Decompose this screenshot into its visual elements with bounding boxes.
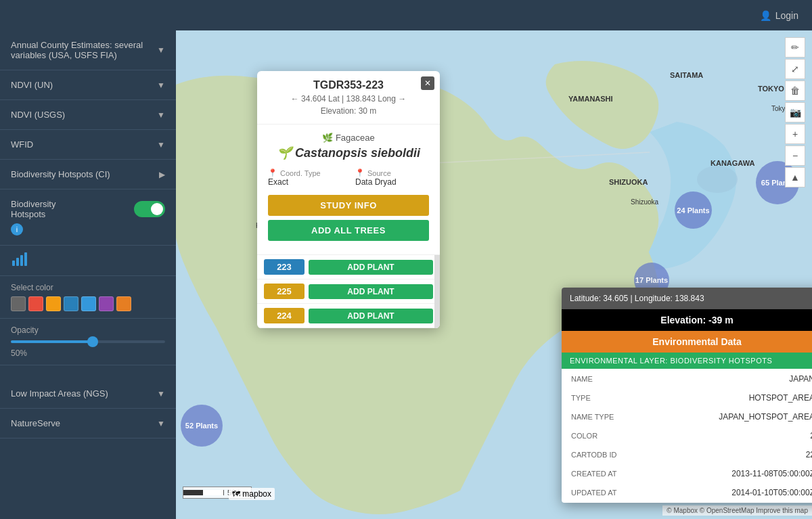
env-layer-label: ENVIRONMENTAL LAYER: BIODIVERSITY HOTSPO… [562, 353, 812, 369]
sidebar-item-county-estimates[interactable]: Annual County Estimates: several variabl… [0, 30, 176, 70]
env-row-created: CREATED AT 2013-11-08T05:00:00Z [563, 465, 812, 482]
sidebar-item-label: Biodiversity Hotspots (CI) [11, 169, 110, 179]
biodiversity-toggle[interactable] [134, 201, 165, 217]
add-plant-button-224[interactable]: ADD PLANT [309, 309, 433, 323]
sidebar-item-low-impact[interactable]: Low Impact Areas (NGS) ▼ [0, 379, 176, 409]
slider-fill [11, 340, 95, 343]
env-value: JAPAN_HOTSPOT_AREA [646, 408, 812, 426]
pencil-icon[interactable]: ✏ [785, 37, 805, 58]
sidebar-item-label: WFID [11, 139, 33, 150]
login-button[interactable]: 👤 Login [760, 10, 798, 21]
info-icon[interactable]: i [11, 223, 23, 235]
color-label: Select color [11, 283, 165, 292]
popup-coord-type: 📍 Coord. Type Exact [268, 168, 342, 187]
fullscreen-icon[interactable]: ⤢ [785, 59, 805, 79]
popup-header: ✕ TGDR353-223 ← 34.604 Lat | 138.843 Lon… [257, 71, 440, 125]
chevron-down-icon: ▼ [157, 81, 165, 90]
study-info-button[interactable]: STUDY INFO [268, 195, 429, 216]
chevron-down-icon: ▼ [157, 389, 165, 399]
sidebar-item-label: Low Impact Areas (NGS) [11, 388, 108, 399]
user-icon: 👤 [760, 10, 771, 21]
sidebar-item-label: NDVI (UN) [11, 80, 53, 90]
opacity-slider[interactable] [11, 340, 165, 343]
env-row-type: TYPE HOTSPOT_AREA [563, 389, 812, 407]
env-key: NAME [563, 370, 644, 388]
env-value: HOTSPOT_AREA [646, 389, 812, 407]
cluster-label: 17 Plants [635, 276, 668, 284]
sidebar-item-label: NDVI (USGS) [11, 110, 65, 120]
sidebar-item-natureserve[interactable]: NatureServe ▼ [0, 409, 176, 438]
plant-number: 225 [264, 284, 304, 299]
compass-icon[interactable]: ▲ [785, 167, 805, 187]
camera-icon[interactable]: 📷 [785, 102, 805, 122]
popup-species: 🌱 Castanopsis sieboldii [268, 145, 429, 160]
env-value: 2 [646, 427, 812, 445]
env-key: NAME TYPE [563, 408, 644, 426]
cluster-52[interactable]: 52 Plants [181, 405, 223, 447]
chevron-down-icon: ▼ [157, 110, 165, 120]
popup-source: 📍 Source Data Dryad [355, 168, 429, 187]
color-swatches [11, 296, 165, 311]
env-key: CARTODB ID [563, 446, 644, 464]
color-swatch-blue[interactable] [81, 296, 96, 311]
env-value: 22 [646, 446, 812, 464]
env-elevation: Elevation: -39 m [562, 309, 812, 331]
color-swatch-red[interactable] [28, 296, 43, 311]
add-all-trees-button[interactable]: ADD ALL TREES [268, 220, 429, 241]
popup-plant-list: 223 ADD PLANT 225 ADD PLANT 224 ADD PLAN… [257, 254, 440, 328]
sidebar-item-ndvi-un[interactable]: NDVI (UN) ▼ [0, 70, 176, 100]
popup-body: 🌿 Fagaceae 🌱 Castanopsis sieboldii 📍 Coo… [257, 125, 440, 254]
opacity-section: Opacity 50% [0, 319, 176, 365]
plant-row-223: 223 ADD PLANT [257, 255, 440, 279]
sidebar-item-biodiversity-hotspots[interactable]: Biodiversity Hotspots (CI) ▶ [0, 160, 176, 189]
color-swatch-yellow[interactable] [46, 296, 61, 311]
env-table-container: NAME JAPAN TYPE HOTSPOT_AREA NAME TYPE J… [562, 369, 812, 503]
cluster-label: 52 Plants [185, 422, 218, 430]
color-swatch-orange[interactable] [116, 296, 131, 311]
env-key: TYPE [563, 389, 644, 407]
trash-icon[interactable]: 🗑 [785, 81, 805, 101]
add-plant-button-223[interactable]: ADD PLANT [309, 260, 433, 275]
biodiversity-label: BiodiversityHotspots [11, 199, 55, 219]
color-section: Select color [0, 276, 176, 319]
app-header: 👤 Login [0, 0, 812, 30]
env-value: 2013-11-08T05:00:00Z [646, 465, 812, 482]
zoom-in-icon[interactable]: + [785, 124, 805, 144]
sidebar-item-wfid[interactable]: WFID ▼ [0, 130, 176, 160]
popup-close-button[interactable]: ✕ [421, 76, 434, 90]
svg-rect-2 [20, 255, 23, 266]
map-area[interactable]: SAITAMA YAMANASHI TOKYO Tokyo Chiba KANA… [176, 30, 812, 519]
svg-point-7 [697, 166, 738, 193]
env-row-updated: UPDATED AT 2014-01-10T05:00:00Z [563, 484, 812, 501]
zoom-out-icon[interactable]: − [785, 145, 805, 166]
chart-icon[interactable] [11, 251, 27, 267]
chevron-down-icon: ▼ [157, 419, 165, 428]
svg-rect-0 [12, 261, 15, 266]
env-env-label: Environmental Data [562, 331, 812, 353]
chevron-down-icon: ▼ [157, 140, 165, 150]
mapbox-logo: 🗺 mapbox [232, 489, 271, 499]
plant-number: 224 [264, 308, 304, 323]
env-key: COLOR [563, 427, 644, 445]
env-key: CREATED AT [563, 465, 644, 482]
popup-actions: STUDY INFO ADD ALL TREES [268, 195, 429, 241]
env-header: Latitude: 34.605 | Longitude: 138.843 ✕ [562, 288, 812, 309]
color-swatch-blue-dark[interactable] [64, 296, 78, 311]
svg-rect-3 [24, 252, 27, 266]
popup-family: 🌿 Fagaceae [268, 133, 429, 143]
slider-thumb[interactable] [87, 336, 98, 347]
color-swatch-gray[interactable] [11, 296, 26, 311]
cluster-label: 24 Plants [677, 206, 709, 215]
plant-row-224: 224 ADD PLANT [257, 304, 440, 328]
env-data-table: NAME JAPAN TYPE HOTSPOT_AREA NAME TYPE J… [562, 369, 812, 503]
color-swatch-purple[interactable] [99, 296, 114, 311]
sidebar-item-label: NatureServe [11, 418, 60, 428]
sidebar-item-ndvi-usgs[interactable]: NDVI (USGS) ▼ [0, 100, 176, 130]
plant-row-225: 225 ADD PLANT [257, 279, 440, 304]
cluster-24[interactable]: 24 Plants [675, 191, 712, 229]
env-row-color: COLOR 2 [563, 427, 812, 445]
popup-meta: 📍 Coord. Type Exact 📍 Source Data Dryad [268, 168, 429, 187]
env-popup: Latitude: 34.605 | Longitude: 138.843 ✕ … [562, 288, 812, 503]
env-row-cartodb: CARTODB ID 22 [563, 446, 812, 464]
add-plant-button-225[interactable]: ADD PLANT [309, 284, 433, 299]
